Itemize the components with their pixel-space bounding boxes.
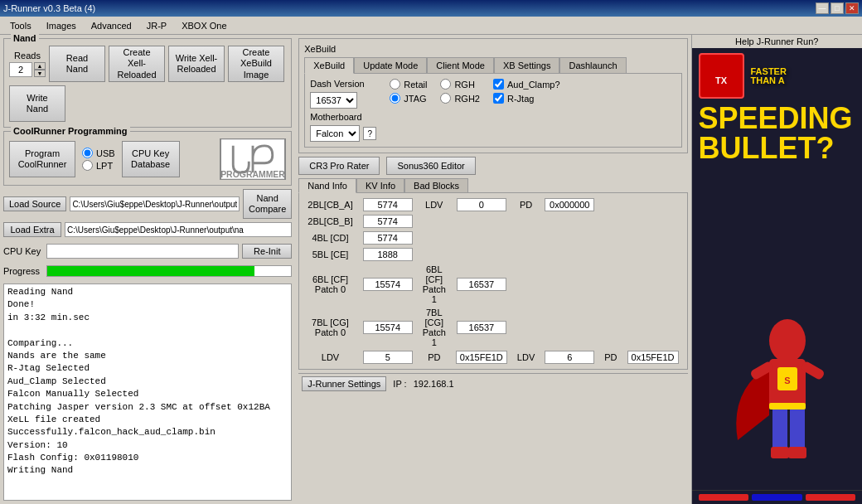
spin-down[interactable]: ▼: [34, 70, 46, 77]
create-xebuild-image-button[interactable]: CreateXeBuildImage: [228, 46, 284, 82]
progress-label: Progress: [3, 266, 43, 276]
menu-jrp[interactable]: JR-P: [140, 19, 173, 32]
log-area[interactable]: Reading Nand Done! in 3:32 min.sec Compa…: [3, 284, 292, 501]
read-nand-button[interactable]: ReadNand: [49, 46, 105, 82]
xebuild-section: XeBuild XeBuild Update Mode Client Mode …: [298, 38, 687, 153]
source-section: Load Source NandCompare Load Extra: [3, 189, 292, 240]
load-source-button[interactable]: Load Source: [3, 196, 66, 211]
cpu-key-database-button[interactable]: CPU KeyDatabase: [122, 141, 180, 177]
coolrunner-label: CoolRunner Programming: [11, 126, 130, 136]
svg-rect-10: [771, 447, 789, 458]
tx-logo-area: TX FASTER THAN A: [692, 48, 863, 104]
superman-figure: S: [692, 163, 863, 490]
create-xell-reloaded-button[interactable]: CreateXell-Reloaded: [109, 46, 165, 82]
tab-update-mode[interactable]: Update Mode: [354, 57, 427, 73]
jtag-radio-row: JTAG: [390, 93, 427, 104]
sonus360-editor-button[interactable]: Sonus360 Editor: [386, 157, 475, 175]
dash-version-select[interactable]: 16537 17502: [310, 92, 357, 109]
jtag-radio[interactable]: [390, 93, 400, 104]
svg-rect-11: [788, 447, 806, 458]
xebuild-radio-col: Retail JTAG: [390, 79, 427, 104]
close-button[interactable]: ✕: [845, 2, 859, 14]
speed-lines: [692, 490, 863, 504]
r-jtag-checkbox[interactable]: [493, 93, 504, 104]
reads-label: Reads: [14, 51, 41, 61]
load-extra-button[interactable]: Load Extra: [3, 222, 61, 237]
bullet-text: BULLET?: [699, 133, 856, 163]
program-coolrunner-button[interactable]: ProgramCoolRunner: [9, 141, 75, 177]
spin-up[interactable]: ▲: [34, 62, 46, 70]
menu-tools[interactable]: Tools: [3, 19, 38, 32]
left-panel: Nand Reads ▲ ▼ ReadNand CreateXell-Reloa…: [0, 35, 295, 504]
motherboard-help-button[interactable]: ?: [363, 127, 376, 140]
progress-bar-container: [46, 265, 292, 277]
write-nand-button[interactable]: WriteNand: [9, 85, 65, 122]
minimize-button[interactable]: —: [816, 2, 829, 14]
table-row: 4BL [CD] 5774: [303, 230, 683, 246]
tab-xebuild[interactable]: XeBuild: [304, 57, 354, 74]
svg-text:PROGRAMMER: PROGRAMMER: [221, 170, 284, 179]
cpu-key-input[interactable]: [46, 244, 239, 259]
tab-client-mode[interactable]: Client Mode: [427, 57, 494, 73]
xebuild-checkbox-col: Aud_Clamp? R-Jtag: [493, 79, 560, 104]
motherboard-select[interactable]: Falcon Jasper Trinity: [310, 125, 360, 142]
write-xell-reloaded-button[interactable]: Write Xell-Reloaded: [168, 46, 225, 82]
rgh-radio[interactable]: [440, 79, 451, 90]
aud-clamp-row: Aud_Clamp?: [493, 79, 560, 90]
cell-6bl-patch0-label: 6BL [CF] Patch 0: [303, 263, 357, 306]
cell-ldv-label2: LDV: [303, 349, 357, 366]
nand-tab-info[interactable]: Nand Info: [298, 178, 356, 193]
cell-7bl-patch0-value: 15574: [358, 306, 418, 349]
source-path-input[interactable]: [70, 196, 240, 211]
nand-compare-button[interactable]: NandCompare: [243, 189, 292, 219]
cell-pd-label1: PD: [512, 196, 540, 213]
bottom-footer: J-Runner Settings IP : 192.168.1: [298, 373, 687, 393]
lpt-label: LPT: [96, 161, 113, 171]
extra-path-input[interactable]: [65, 222, 292, 237]
cell-7bl-patch1-value: 16537: [451, 306, 512, 349]
speeding-area: SPEEDING BULLET?: [692, 104, 863, 163]
tab-xb-settings[interactable]: XB Settings: [494, 57, 559, 73]
svg-rect-7: [769, 403, 806, 410]
table-row: 7BL [CG] Patch 0 15574 7BL [CG] Patch 1 …: [303, 306, 683, 349]
aud-clamp-checkbox[interactable]: [493, 79, 504, 90]
spin-buttons: ▲ ▼: [34, 62, 46, 77]
progress-row: Progress: [3, 265, 292, 277]
svg-text:S: S: [784, 376, 790, 385]
jrunner-settings-button[interactable]: J-Runner Settings: [302, 376, 386, 391]
tab-dashlaunch[interactable]: Dashlaunch: [559, 57, 626, 73]
rgh-radio-row: RGH: [440, 79, 480, 90]
aud-clamp-label: Aud_Clamp?: [507, 80, 560, 90]
menu-images[interactable]: Images: [40, 19, 83, 32]
maximize-button[interactable]: □: [831, 2, 844, 14]
xebuild-tab-bar: XeBuild Update Mode Client Mode XB Setti…: [304, 57, 681, 73]
cell-2bl-cb-b-value: 5774: [358, 213, 418, 230]
speeding-text: SPEEDING: [699, 104, 856, 133]
rgh2-radio[interactable]: [440, 93, 451, 104]
cell-4bl-cd-value: 5774: [358, 230, 418, 246]
nand-info-section: Nand Info KV Info Bad Blocks 2BL[CB_A] 5…: [298, 178, 687, 370]
nand-tab-bad-blocks[interactable]: Bad Blocks: [404, 178, 468, 192]
load-source-row: Load Source NandCompare: [3, 189, 292, 219]
cell-7bl-patch1-label: 7BL [CG] Patch 1: [418, 306, 451, 349]
superman-text: FASTER THAN A: [744, 64, 793, 89]
cr3-pro-rater-button[interactable]: CR3 Pro Rater: [298, 157, 380, 175]
lpt-radio[interactable]: [82, 160, 93, 171]
menu-advanced[interactable]: Advanced: [85, 19, 138, 32]
nand-tab-kv[interactable]: KV Info: [356, 178, 404, 192]
cell-ldv-value3: 6: [540, 349, 599, 366]
help-image-area: TX FASTER THAN A SPEEDING BULLET?: [692, 48, 863, 504]
table-row: 5BL [CE] 1888: [303, 246, 683, 263]
menu-xbox-one[interactable]: XBOX One: [175, 19, 233, 32]
usb-radio[interactable]: [82, 148, 93, 158]
progress-bar-fill: [47, 266, 254, 276]
xebuild-title: XeBuild: [304, 44, 681, 54]
reinit-button[interactable]: Re-Init: [242, 244, 292, 259]
retail-radio[interactable]: [390, 79, 400, 90]
nand-table: 2BL[CB_A] 5774 LDV 0 PD 0x000000 2BL[CB_…: [303, 196, 683, 366]
xebuild-tab-content: Dash Version 16537 17502 Motherboard: [304, 73, 681, 148]
motherboard-row: Motherboard: [310, 112, 376, 122]
retail-radio-row: Retail: [390, 79, 427, 90]
reads-input[interactable]: [9, 62, 32, 77]
rgh2-label: RGH2: [454, 94, 480, 104]
